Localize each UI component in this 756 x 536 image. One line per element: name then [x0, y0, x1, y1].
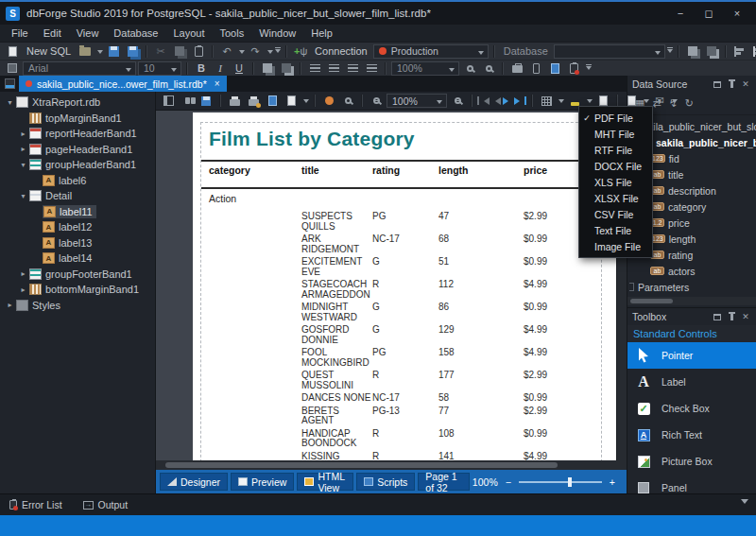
save-button[interactable]: [105, 44, 122, 59]
tree-item-detail[interactable]: ▾Detail: [0, 188, 155, 204]
save-all-button[interactable]: [124, 44, 141, 59]
zoom-plus-button[interactable]: +: [610, 476, 615, 488]
field-actors[interactable]: abactors: [627, 263, 756, 279]
redo-dropdown-icon[interactable]: [267, 50, 273, 57]
menu-view[interactable]: View: [69, 25, 107, 42]
tree-item-topmarginband[interactable]: topMarginBand1: [0, 111, 155, 127]
tab-designer[interactable]: Designer: [160, 473, 228, 491]
toolbox-item-richtext[interactable]: ARich Text: [627, 422, 756, 448]
menu-help[interactable]: Help: [303, 25, 340, 42]
format-painter-button[interactable]: [4, 61, 21, 76]
multiple-pages-dropdown-icon[interactable]: [558, 99, 564, 106]
tree-item-label13[interactable]: label13: [0, 235, 155, 251]
tree-item-groupheaderband[interactable]: ▾groupHeaderBand1: [0, 157, 155, 173]
toolbox-item-label[interactable]: ALabel: [627, 369, 756, 395]
device-button[interactable]: [527, 61, 544, 76]
menu-item-xls-file[interactable]: XLS File: [579, 174, 652, 190]
toolbox-item-pointer[interactable]: Pointer: [627, 342, 756, 369]
paste-button[interactable]: [190, 44, 207, 59]
search-button[interactable]: [179, 94, 196, 108]
expander-icon[interactable]: [629, 283, 634, 291]
menu-item-xlsx-file[interactable]: XLSX File: [579, 190, 652, 206]
menu-item-csv-file[interactable]: CSV File: [579, 206, 652, 222]
align-text-right-button[interactable]: [344, 61, 361, 76]
toolbox-item-checkbox[interactable]: ✓Check Box: [627, 395, 756, 422]
tree-item-label11-selected[interactable]: label11: [0, 204, 155, 220]
send-email-dropdown-icon[interactable]: [672, 99, 678, 106]
toolbar-overflow-icon[interactable]: [584, 62, 593, 74]
undo-button[interactable]: ↶: [218, 44, 235, 59]
save-report-button[interactable]: [198, 94, 215, 108]
close-panel-icon[interactable]: ✕: [740, 311, 751, 322]
scrollbar-thumb[interactable]: [165, 462, 558, 468]
bring-to-front-button[interactable]: [684, 44, 701, 59]
menu-database[interactable]: Database: [106, 25, 165, 42]
last-page-button[interactable]: [514, 94, 526, 108]
scale-button[interactable]: [283, 94, 300, 108]
tab-scripts[interactable]: Scripts: [356, 473, 415, 491]
error-list-tab[interactable]: Error List: [6, 494, 66, 515]
toolbox-section-header[interactable]: Standard Controls: [627, 325, 756, 342]
tree-item-label12[interactable]: label12: [0, 219, 155, 235]
project-button[interactable]: [508, 61, 525, 76]
menu-item-text-file[interactable]: Text File: [579, 222, 652, 238]
tree-item-bottommarginband[interactable]: ▸bottomMarginBand1: [0, 282, 155, 298]
layer-back-button[interactable]: [278, 61, 295, 76]
datasource-scrollbar[interactable]: [627, 297, 756, 305]
preview-zoom-select[interactable]: 100%: [387, 94, 447, 108]
quick-print-button[interactable]: [245, 94, 262, 108]
scrollbar-thumb[interactable]: [630, 299, 673, 303]
italic-button[interactable]: I: [212, 61, 229, 76]
document-tab[interactable]: sakila_public_nice...ower_film_list.rdb*…: [19, 76, 227, 92]
menu-item-mht-file[interactable]: MHT File: [579, 126, 652, 142]
tree-item-pageheaderband[interactable]: ▸pageHeaderBand1: [0, 142, 155, 158]
layer-front-button[interactable]: [259, 61, 276, 76]
toolbar-overflow-icon[interactable]: [667, 45, 673, 57]
zoom-in-button[interactable]: [461, 61, 478, 76]
align-centers-button[interactable]: [750, 44, 756, 59]
underline-button[interactable]: U: [231, 61, 248, 76]
redo-button[interactable]: ↷: [247, 44, 264, 59]
send-email-button[interactable]: ✉: [651, 94, 668, 108]
open-file-button[interactable]: [77, 44, 94, 59]
thumbnails-button[interactable]: [160, 94, 177, 108]
zoom-out-preview-button[interactable]: [368, 94, 385, 108]
output-tab[interactable]: → Output: [79, 494, 132, 515]
zoom-out-button[interactable]: [480, 61, 497, 76]
new-sql-button[interactable]: New SQL: [26, 45, 71, 57]
clipboard-button[interactable]: [565, 61, 582, 76]
hand-tool-button[interactable]: [320, 94, 337, 108]
multiple-pages-button[interactable]: [538, 94, 555, 108]
send-to-back-button[interactable]: [703, 44, 720, 59]
toolbox-item-panel[interactable]: Panel: [627, 475, 756, 493]
menu-file[interactable]: File: [4, 25, 36, 42]
preview-canvas[interactable]: Film List by Category category title rat…: [156, 111, 627, 460]
zoom-minus-button[interactable]: −: [506, 476, 511, 488]
undo-dropdown-icon[interactable]: [239, 50, 245, 57]
maximize-button[interactable]: ◻: [696, 4, 722, 23]
tab-preview[interactable]: Preview: [231, 473, 294, 491]
align-text-justify-button[interactable]: [363, 61, 380, 76]
previous-page-button[interactable]: [491, 94, 501, 108]
horizontal-scrollbar[interactable]: [156, 460, 627, 470]
refresh-icon[interactable]: ↻: [685, 97, 694, 110]
tree-item-styles[interactable]: ▸Styles: [0, 298, 155, 314]
close-button[interactable]: ×: [724, 4, 750, 23]
tab-close-icon[interactable]: ×: [215, 78, 220, 89]
connection-select[interactable]: Production: [373, 44, 489, 59]
menu-window[interactable]: Window: [251, 25, 303, 42]
minimize-button[interactable]: −: [667, 4, 694, 23]
first-page-button[interactable]: [477, 94, 490, 108]
page-color-dropdown-icon[interactable]: [587, 99, 593, 106]
export-dropdown-icon[interactable]: [644, 99, 649, 106]
parameters-node[interactable]: Parameters: [627, 279, 756, 295]
zoom-select[interactable]: 100%: [391, 61, 459, 76]
align-text-center-button[interactable]: [325, 61, 342, 76]
close-panel-icon[interactable]: ✕: [740, 78, 751, 90]
zoom-in-preview-button[interactable]: [449, 94, 466, 108]
align-text-left-button[interactable]: [306, 61, 323, 76]
scale-dropdown-icon[interactable]: [303, 99, 309, 106]
align-left-edges-button[interactable]: [731, 44, 748, 59]
page-setup-button[interactable]: [264, 94, 281, 108]
tree-item-label6[interactable]: label6: [0, 173, 155, 189]
